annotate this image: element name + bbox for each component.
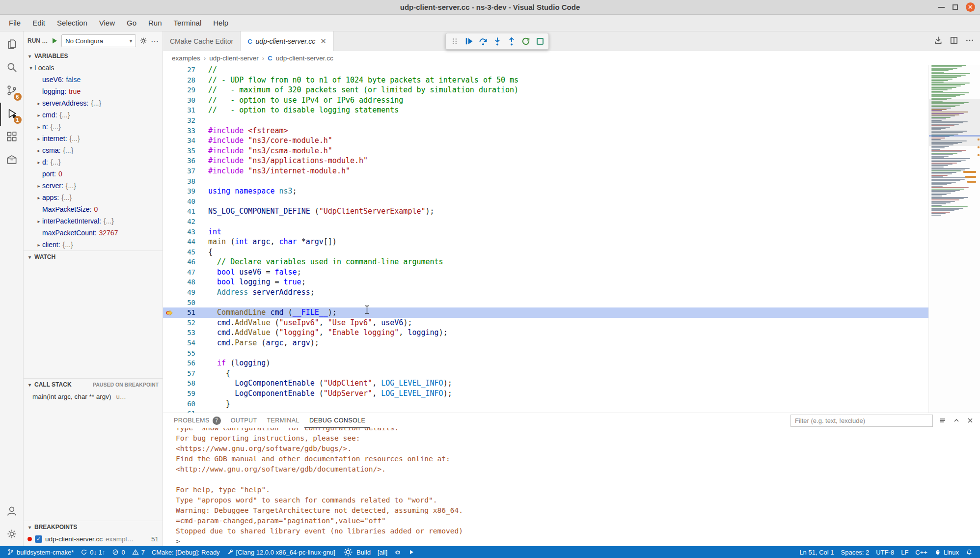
split-editor-icon[interactable] <box>950 36 958 47</box>
variable-row[interactable]: ▸d:{...} <box>24 156 163 168</box>
status-eol[interactable]: LF <box>898 546 912 558</box>
maximize-icon[interactable] <box>953 4 958 10</box>
watch-header[interactable]: ▾ WATCH <box>24 251 163 263</box>
status-warning-count[interactable]: 7 <box>129 546 148 558</box>
activity-settings[interactable] <box>0 523 24 546</box>
panel-tab-output[interactable]: OUTPUT <box>226 413 262 428</box>
panel-tab-terminal[interactable]: TERMINAL <box>262 413 304 428</box>
status-cmake-status[interactable]: CMake: [Debug]: Ready <box>148 546 223 558</box>
status-cursor-position[interactable]: Ln 51, Col 1 <box>796 546 837 558</box>
variables-scope[interactable]: ▾Locals <box>24 62 163 74</box>
breakpoint-checkbox[interactable]: ✓ <box>35 535 42 543</box>
maximize-panel-icon[interactable] <box>953 417 960 424</box>
breadcrumb-item[interactable]: examples <box>172 55 200 62</box>
filter-input[interactable] <box>790 415 933 427</box>
status-cmake-target[interactable]: [all] <box>374 546 391 558</box>
status-indentation[interactable]: Spaces: 2 <box>838 546 873 558</box>
code-line[interactable]: 61 <box>163 409 928 413</box>
status-cmake-kit[interactable]: [Clang 12.0.0 x86_64-pc-linux-gnu] <box>223 546 339 558</box>
editor-tab[interactable]: Cudp-client-server.cc✕ <box>241 31 334 51</box>
minimap[interactable] <box>928 65 980 413</box>
activity-accounts[interactable] <box>0 500 24 523</box>
minimize-icon[interactable] <box>938 7 945 8</box>
code-line[interactable]: 32 <box>163 115 928 126</box>
variable-row[interactable]: maxPacketCount:32767 <box>24 227 163 239</box>
close-panel-icon[interactable] <box>966 417 974 424</box>
close-icon[interactable]: ✕ <box>966 2 975 12</box>
code-line[interactable]: 49 Address serverAddress; <box>163 287 928 298</box>
variable-row[interactable]: ▸apps:{...} <box>24 192 163 203</box>
code-line[interactable]: 58 LogComponentEnable ("UdpClient", LOG_… <box>163 378 928 389</box>
code-line[interactable]: 33#include <fstream> <box>163 126 928 136</box>
status-cmake-launch[interactable] <box>405 546 418 558</box>
activity-search[interactable] <box>0 56 24 80</box>
status-cmake-debug[interactable] <box>391 546 405 558</box>
breadcrumb-item[interactable]: udp-client-server <box>209 55 259 62</box>
stack-frame[interactable]: main(int argc, char ** argv) u… <box>24 391 163 402</box>
breakpoints-header[interactable]: ▾ BREAKPOINTS <box>24 521 163 533</box>
code-line[interactable]: 44main (int argc, char *argv[]) <box>163 237 928 247</box>
editor-tab[interactable]: CMake Cache Editor <box>163 31 241 51</box>
status-notifications[interactable] <box>962 546 976 558</box>
status-git-branch[interactable]: buildsystem-cmake* <box>4 546 77 558</box>
filter-menu-icon[interactable] <box>939 417 947 424</box>
variable-row[interactable]: ▸serverAddress:{...} <box>24 97 163 109</box>
code-line[interactable]: 59 LogComponentEnable ("UdpServer", LOG_… <box>163 389 928 399</box>
activity-source-control[interactable]: 6 <box>0 80 24 103</box>
code-line[interactable]: 43int <box>163 227 928 237</box>
code-line[interactable]: 57 { <box>163 368 928 379</box>
gear-icon[interactable] <box>139 36 148 45</box>
variable-row[interactable]: useV6:false <box>24 74 163 85</box>
start-debug-button[interactable] <box>51 37 58 45</box>
menu-go[interactable]: Go <box>121 15 142 31</box>
code-line[interactable]: 29// - maximum of 320 packets sent (or l… <box>163 85 928 95</box>
step-into-button[interactable] <box>490 35 504 48</box>
menu-file[interactable]: File <box>3 15 27 31</box>
menu-view[interactable]: View <box>93 15 121 31</box>
code-line[interactable]: 36#include "ns3/applications-module.h" <box>163 156 928 166</box>
variables-header[interactable]: ▾ VARIABLES <box>24 50 163 62</box>
code-line[interactable]: 47 bool useV6 = false; <box>163 267 928 278</box>
code-line[interactable]: 60 } <box>163 399 928 409</box>
step-out-button[interactable] <box>505 35 518 48</box>
variable-row[interactable]: ▸cmd:{...} <box>24 109 163 121</box>
step-over-button[interactable] <box>476 35 490 48</box>
variable-row[interactable]: MaxPacketSize:0 <box>24 203 163 215</box>
code-line[interactable]: 41NS_LOG_COMPONENT_DEFINE ("UdpClientSer… <box>163 206 928 217</box>
code-line[interactable]: 37#include "ns3/internet-module.h" <box>163 166 928 176</box>
activity-extensions[interactable] <box>0 126 24 149</box>
status-encoding[interactable]: UTF-8 <box>872 546 898 558</box>
variable-row[interactable]: ▸client:{...} <box>24 239 163 251</box>
call-stack-header[interactable]: ▾ CALL STACK PAUSED ON BREAKPOINT <box>24 379 163 391</box>
code-line[interactable]: 31// - option to disable logging stateme… <box>163 105 928 115</box>
status-cmake-build[interactable]: Build <box>339 546 374 558</box>
code-line[interactable]: 39using namespace ns3; <box>163 186 928 196</box>
console-prompt[interactable]: > <box>176 536 980 546</box>
status-os-indicator[interactable]: Linux <box>931 546 962 558</box>
code-line[interactable]: 53 cmd.AddValue ("logging", "Enable logg… <box>163 328 928 338</box>
variable-row[interactable]: ▸internet:{...} <box>24 133 163 144</box>
code-editor[interactable]: 27//28// - UDP flow from n0 to n1 of 102… <box>163 65 980 413</box>
code-line[interactable]: 30// - option to use IPv4 or IPv6 addres… <box>163 95 928 106</box>
minimap-slider[interactable] <box>929 99 980 146</box>
variable-row[interactable]: ▸server:{...} <box>24 180 163 192</box>
variable-row[interactable]: logging:true <box>24 85 163 97</box>
variable-row[interactable]: ▸csma:{...} <box>24 144 163 156</box>
status-language-mode[interactable]: C++ <box>912 546 931 558</box>
code-line[interactable]: 48 bool logging = true; <box>163 277 928 287</box>
variable-row[interactable]: ▸n:{...} <box>24 121 163 133</box>
code-line[interactable]: 46 // Declare variables used in command-… <box>163 257 928 267</box>
code-line[interactable]: 28// - UDP flow from n0 to n1 of 1024 by… <box>163 75 928 85</box>
code-line[interactable]: 51 CommandLine cmd (__FILE__); <box>163 307 928 318</box>
activity-run-and-debug[interactable]: 1 <box>0 103 24 126</box>
code-line[interactable]: 40 <box>163 196 928 207</box>
code-line[interactable]: 42 <box>163 217 928 227</box>
menu-help[interactable]: Help <box>207 15 234 31</box>
code-line[interactable]: 50 <box>163 298 928 308</box>
more-actions-icon[interactable]: ⋯ <box>151 36 159 46</box>
menu-terminal[interactable]: Terminal <box>168 15 208 31</box>
activity-explorer[interactable] <box>0 33 24 56</box>
code-line[interactable]: 45{ <box>163 247 928 257</box>
menu-run[interactable]: Run <box>142 15 168 31</box>
panel-tab-debug-console[interactable]: DEBUG CONSOLE <box>304 413 370 428</box>
